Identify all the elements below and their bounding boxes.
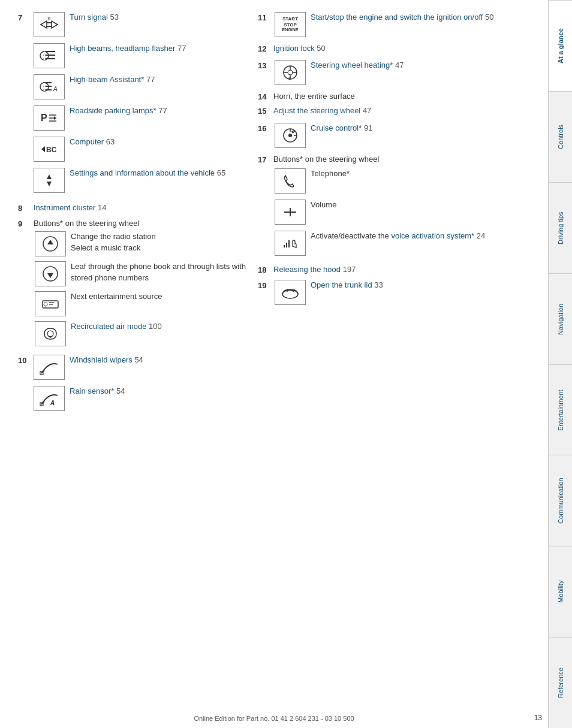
sidebar-tab-at-a-glance[interactable]: At a glance [549,0,572,91]
item-8: 8 Instrument cluster 14 [18,203,246,213]
item-7-settings-text: Settings and information about the vehic… [70,168,225,179]
svg-marker-19 [41,146,45,152]
turn-signal-link[interactable]: Turn signal [70,13,108,22]
up-arrow-circle-icon [35,231,66,256]
computer-bc-icon: BC [34,137,65,162]
trunk-lid-icon [275,280,306,305]
open-trunk-lid-link[interactable]: Open the trunk lid [311,280,372,289]
item-14: 14 Horn, the entire surface [258,91,536,102]
svg-point-31 [47,331,53,337]
item-number-7: 7 [18,13,30,22]
item-17-telephone: Telephone* [275,168,536,194]
item-13: 13 ❋ Steering wheel heating* [258,60,536,85]
item-9-recirculated-air-text: Recirculated air mode 100 [71,321,246,332]
recirculated-air-link[interactable]: Recirculated air mode [71,322,146,331]
item-7-settings: Settings and information about the vehic… [34,168,225,193]
instrument-cluster-link[interactable]: Instrument cluster [34,203,95,212]
releasing-hood-page: 197 [343,265,356,274]
high-beam-assistant-link[interactable]: High-beam Assistant* [70,75,144,84]
sidebar-tab-navigation[interactable]: Navigation [549,273,572,364]
item-number-11: 11 [258,13,270,22]
item-11: 11 START STOP ENGINE Start/stop the engi… [258,12,536,37]
item-19: 19 Open the trunk lid 33 [258,280,536,305]
computer-page: 63 [106,137,115,146]
svg-text:P: P [41,113,47,123]
item-7-parking-lamps-text: Roadside parking lamps* 77 [70,105,225,116]
start-stop-engine-page: 50 [485,13,493,22]
entertainment-source-icon [35,291,66,316]
start-stop-engine-icon: START STOP ENGINE [275,12,306,37]
item-18: 18 Releasing the hood 197 [258,264,536,275]
item-10-rain-sensor-text: Rain sensor* 54 [70,386,143,397]
item-9-title: Buttons* on the steering wheel [34,218,246,229]
item-18-text: Releasing the hood 197 [273,264,536,275]
item-number-13: 13 [258,61,270,70]
item-17-title: Buttons* on the steering wheel [273,154,536,165]
item-19-text: Open the trunk lid 33 [311,280,536,291]
item-16: 16 Cruise control* 91 [258,123,536,148]
item-number-12: 12 [258,44,270,53]
item-14-text: Horn, the entire surface [273,91,536,102]
high-beams-icon [34,43,65,68]
computer-link[interactable]: Computer [70,137,104,146]
voice-activation-link[interactable]: voice activation system* [391,231,474,240]
item-17-volume: Volume [275,200,536,225]
item-number-17: 17 [258,155,270,164]
item-9-entertainment-text: Next entertainment source [71,291,246,302]
start-stop-engine-link[interactable]: Start/stop the engine and switch the ign… [311,13,483,22]
item-7-high-beams: High beams, headlamp flasher 77 [34,43,225,68]
high-beams-page: 77 [177,44,186,53]
high-beams-link[interactable]: High beams, headlamp flasher [70,44,175,53]
svg-marker-2 [47,21,58,28]
voice-activation-icon [275,231,306,256]
footer-text: Online Edition for Part no. 01 41 2 604 … [0,715,548,722]
steering-wheel-heating-link[interactable]: Steering wheel heating* [311,61,393,70]
sidebar-tab-entertainment[interactable]: Entertainment [549,364,572,455]
parking-lamps-link[interactable]: Roadside parking lamps* [70,106,156,115]
recirculated-air-icon [35,321,66,346]
svg-point-39 [288,70,293,75]
item-number-14: 14 [258,92,270,101]
sidebar-tab-controls[interactable]: Controls [549,91,572,182]
sidebar: At a glance Controls Driving tips Naviga… [548,0,572,728]
item-7-computer: BC Computer 63 [34,137,225,162]
sidebar-tab-mobility[interactable]: Mobility [549,546,572,637]
svg-marker-21 [47,174,52,179]
ignition-lock-link[interactable]: Ignition lock [273,44,315,53]
left-column: 7 R Turn signal 53 [18,12,246,716]
settings-link[interactable]: Settings and information about the vehic… [70,168,215,177]
steering-wheel-heating-page: 47 [395,61,404,70]
windshield-wipers-link[interactable]: Windshield wipers [70,355,133,364]
instrument-cluster-page: 14 [98,203,106,212]
adjust-steering-wheel-link[interactable]: Adjust the steering wheel [273,106,360,115]
ignition-lock-page: 50 [317,44,325,53]
rain-sensor-link[interactable]: Rain sensor* [70,386,114,395]
high-beam-assistant-page: 77 [146,75,155,84]
item-7-header: 7 R Turn signal 53 [18,12,246,199]
item-7-high-beam-assistant-text: High-beam Assistant* 77 [70,74,225,85]
open-trunk-lid-page: 33 [374,280,383,289]
releasing-hood-link[interactable]: Releasing the hood [273,265,341,274]
item-13-text: Steering wheel heating* 47 [311,60,536,71]
sidebar-tab-reference[interactable]: Reference [549,637,572,728]
item-10-wipers: Windshield wipers 54 [34,355,143,380]
sidebar-tab-driving-tips[interactable]: Driving tips [549,182,572,273]
svg-marker-32 [48,336,53,338]
svg-text:BC: BC [46,146,57,154]
adjust-steering-wheel-page: 47 [363,106,371,115]
item-10-wipers-text: Windshield wipers 54 [70,355,143,365]
item-9-entertainment: Next entertainment source [35,291,246,316]
svg-marker-18 [54,116,56,120]
cruise-control-link[interactable]: Cruise control* [311,123,362,132]
item-7-high-beam-assistant: A High-beam Assistant* 77 [34,74,225,99]
main-content: 7 R Turn signal 53 [0,0,548,728]
item-7-turn-signal-text: Turn signal 53 [70,12,225,23]
sidebar-tab-communication[interactable]: Communication [549,455,572,546]
telephone-icon [275,168,306,194]
item-15: 15 Adjust the steering wheel 47 [258,105,536,116]
rain-sensor-icon: A [34,386,65,411]
rain-sensor-page: 54 [116,386,125,395]
item-9-phonebook-text: Leaf through the phone book and through … [71,261,246,283]
item-7-high-beams-text: High beams, headlamp flasher 77 [70,43,225,54]
svg-text:R: R [47,17,50,21]
